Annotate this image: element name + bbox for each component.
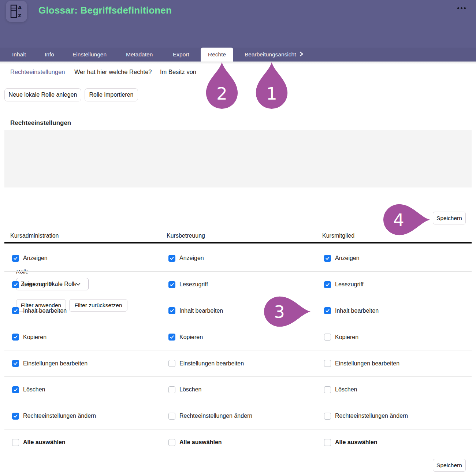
checkbox-unchecked[interactable] — [324, 413, 331, 420]
permission-cell: Löschen — [322, 386, 472, 393]
permission-label: Rechteeinstellungen ändern — [335, 413, 408, 419]
table-row: Rechteeinstellungen ändernRechteeinstell… — [4, 403, 472, 429]
table-row: KopierenKopierenKopieren — [4, 324, 472, 350]
permission-cell: Inhalt bearbeiten — [322, 307, 472, 314]
check-icon — [13, 282, 18, 287]
tab-rechte[interactable]: Rechte — [201, 48, 233, 62]
permission-cell: Einstellungen bearbeiten — [167, 360, 322, 367]
checkbox-checked[interactable] — [168, 334, 175, 341]
permission-cell: Anzeigen — [167, 255, 322, 262]
subtab-wer-hat-hier-welche-rechte-[interactable]: Wer hat hier welche Rechte? — [74, 68, 152, 77]
checkbox-checked[interactable] — [12, 386, 19, 393]
checkbox-unchecked[interactable] — [168, 413, 175, 420]
column-header: Kursbetreuung — [167, 233, 322, 239]
tab-label: Bearbeitungsansicht — [245, 51, 296, 57]
annotation-marker-2: 2 — [205, 62, 238, 109]
import-role-button[interactable]: Rolle importieren — [85, 88, 138, 101]
checkbox-unchecked[interactable] — [324, 360, 331, 367]
save-button-top[interactable]: Speichern — [433, 212, 466, 224]
table-row: Alle auswählenAlle auswählenAlle auswähl… — [4, 429, 472, 456]
permission-label: Einstellungen bearbeiten — [179, 360, 244, 367]
permission-label: Inhalt bearbeiten — [23, 308, 67, 314]
permissions-table-header: KursadministrationKursbetreuungKursmitgl… — [4, 233, 472, 239]
permission-cell: Kopieren — [322, 334, 472, 341]
permission-cell: Inhalt bearbeiten — [167, 307, 322, 314]
check-icon — [13, 308, 18, 313]
permission-label: Kopieren — [23, 334, 47, 341]
more-options-button[interactable] — [454, 4, 469, 12]
check-icon — [170, 256, 174, 261]
permission-label: Inhalt bearbeiten — [179, 308, 223, 314]
checkbox-checked[interactable] — [168, 255, 175, 262]
table-header-divider — [4, 242, 472, 243]
svg-text:Z: Z — [18, 13, 21, 18]
checkbox-checked[interactable] — [12, 255, 19, 262]
header: A - Z Glossar: Begriffsdefinitionen — [0, 0, 476, 48]
tab-metadaten[interactable]: Metadaten — [126, 48, 153, 62]
checkbox-checked[interactable] — [324, 307, 331, 314]
teardrop-shape — [255, 62, 288, 109]
annotation-marker-1: 1 — [255, 62, 288, 109]
table-row: AnzeigenAnzeigenAnzeigen — [4, 245, 472, 272]
permission-label: Inhalt bearbeiten — [335, 308, 379, 314]
tab-bar: InhaltInfoEinstellungenMetadatenExportRe… — [0, 48, 476, 62]
tab-label: Info — [45, 51, 54, 57]
permission-cell: Rechteeinstellungen ändern — [322, 413, 472, 420]
annotation-number: 1 — [266, 83, 277, 104]
teardrop-shape — [205, 62, 238, 109]
glossary-az-icon: A - Z — [6, 1, 27, 22]
permission-label: Alle auswählen — [335, 439, 378, 446]
checkbox-checked[interactable] — [324, 281, 331, 288]
checkbox-checked[interactable] — [324, 255, 331, 262]
column-header: Kursadministration — [10, 233, 167, 239]
checkbox-checked[interactable] — [168, 307, 175, 314]
permission-cell: Kopieren — [167, 334, 322, 341]
subtab-im-besitz-von[interactable]: Im Besitz von — [160, 68, 196, 77]
checkbox-unchecked[interactable] — [12, 439, 19, 446]
check-icon — [325, 308, 330, 313]
permission-cell: Lesezugriff — [10, 281, 167, 288]
checkbox-unchecked[interactable] — [168, 360, 175, 367]
check-icon — [170, 335, 174, 339]
checkbox-unchecked[interactable] — [324, 334, 331, 341]
ellipsis-icon — [457, 7, 459, 9]
annotation-marker-4: 4 — [383, 204, 431, 236]
table-row: Einstellungen bearbeitenEinstellungen be… — [4, 350, 472, 377]
permission-label: Rechteeinstellungen ändern — [23, 413, 96, 419]
permission-label: Lesezugriff — [335, 281, 364, 288]
checkbox-checked[interactable] — [12, 413, 19, 420]
tab-bearbeitungsansicht[interactable]: Bearbeitungsansicht — [245, 48, 304, 62]
checkbox-checked[interactable] — [12, 334, 19, 341]
chevron-right-icon — [300, 52, 304, 56]
permission-label: Rechteeinstellungen ändern — [179, 413, 252, 419]
checkbox-unchecked[interactable] — [324, 386, 331, 393]
subtab-rechteeinstellungen[interactable]: Rechteeinstellungen — [10, 68, 65, 77]
tab-export[interactable]: Export — [173, 48, 189, 62]
checkbox-unchecked[interactable] — [168, 386, 175, 393]
create-local-role-button[interactable]: Neue lokale Rolle anlegen — [4, 88, 81, 101]
checkbox-checked[interactable] — [168, 281, 175, 288]
save-button-bottom[interactable]: Speichern — [433, 459, 466, 472]
checkbox-checked[interactable] — [12, 360, 19, 367]
column-header: Kursmitglied — [322, 233, 472, 239]
checkbox-checked[interactable] — [12, 307, 19, 314]
permission-cell: Einstellungen bearbeiten — [322, 360, 472, 367]
permission-label: Anzeigen — [23, 255, 48, 261]
check-icon — [170, 282, 174, 287]
permission-cell: Löschen — [167, 386, 322, 393]
checkbox-unchecked[interactable] — [324, 439, 331, 446]
permission-cell: Lesezugriff — [322, 281, 472, 288]
checkbox-unchecked[interactable] — [168, 439, 175, 446]
permission-label: Alle auswählen — [23, 439, 66, 446]
checkbox-checked[interactable] — [12, 281, 19, 288]
tabbar-shadow — [0, 62, 476, 64]
tab-info[interactable]: Info — [45, 48, 54, 62]
filter-panel: Rolle Zeige nur lokale Rollen Filter anw… — [4, 130, 472, 187]
table-row: LesezugriffLesezugriffLesezugriff — [4, 272, 472, 298]
check-icon — [325, 282, 330, 287]
permission-label: Kopieren — [335, 334, 358, 341]
tab-einstellungen[interactable]: Einstellungen — [72, 48, 107, 62]
tab-inhalt[interactable]: Inhalt — [12, 48, 26, 62]
permission-label: Lesezugriff — [23, 281, 52, 288]
permission-cell: Alle auswählen — [167, 439, 322, 446]
